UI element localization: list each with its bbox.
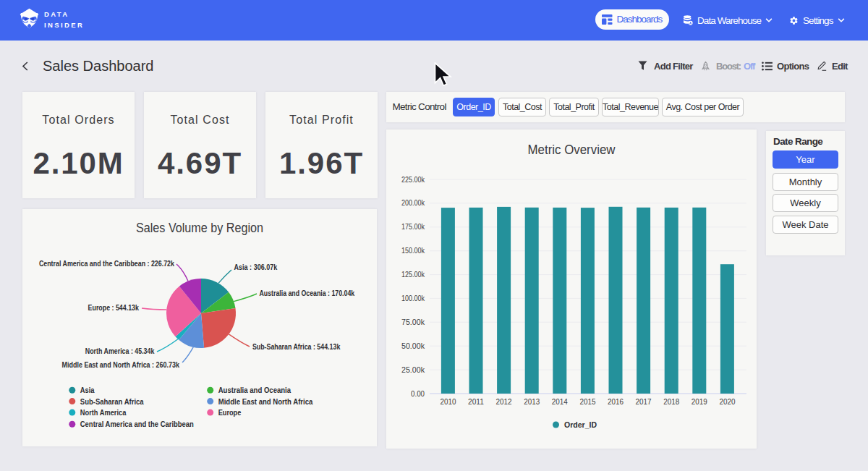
svg-text:2018: 2018 <box>663 397 679 406</box>
svg-text:Asia: Asia <box>80 386 95 394</box>
svg-text:2010: 2010 <box>440 397 456 406</box>
svg-text:2011: 2011 <box>468 397 484 406</box>
svg-text:0.00: 0.00 <box>411 389 425 398</box>
svg-text:Europe : 544.13k: Europe : 544.13k <box>88 303 140 312</box>
svg-text:50.00k: 50.00k <box>401 341 425 350</box>
svg-text:Middle East and North Africa :: Middle East and North Africa : 260.73k <box>62 360 180 369</box>
svg-text:Australia and Oceania : 170.04: Australia and Oceania : 170.04k <box>260 289 355 297</box>
svg-text:150.00k: 150.00k <box>401 246 425 255</box>
svg-text:2019: 2019 <box>692 397 707 406</box>
svg-text:125.00k: 125.00k <box>401 270 425 279</box>
svg-text:225.00k: 225.00k <box>401 175 425 184</box>
svg-text:Order_ID: Order_ID <box>564 420 597 429</box>
svg-text:2020: 2020 <box>719 397 735 406</box>
svg-text:Sub-Saharan Africa : 544.13k: Sub-Saharan Africa : 544.13k <box>252 342 341 351</box>
svg-text:175.00k: 175.00k <box>401 222 425 231</box>
svg-text:Central America and the Caribb: Central America and the Caribbean <box>80 420 194 428</box>
svg-text:2016: 2016 <box>608 397 624 406</box>
svg-text:North America : 45.34k: North America : 45.34k <box>85 347 155 355</box>
svg-text:2013: 2013 <box>524 397 540 406</box>
svg-text:Europe: Europe <box>218 408 242 417</box>
svg-text:25.00k: 25.00k <box>401 365 425 374</box>
svg-text:Asia : 306.07k: Asia : 306.07k <box>234 263 278 271</box>
svg-text:200.00k: 200.00k <box>401 198 425 207</box>
svg-text:75.00k: 75.00k <box>401 318 425 326</box>
svg-text:100.00k: 100.00k <box>401 294 425 302</box>
svg-text:Sub-Saharan Africa: Sub-Saharan Africa <box>80 397 145 406</box>
svg-text:Sales Volume by Region: Sales Volume by Region <box>136 221 263 235</box>
svg-text:Central America and the Caribb: Central America and the Caribbean : 226.… <box>39 259 174 268</box>
svg-text:North America: North America <box>80 408 127 417</box>
svg-text:Metric Overview: Metric Overview <box>528 143 616 157</box>
svg-text:2014: 2014 <box>552 397 568 406</box>
svg-text:Middle East and North Africa: Middle East and North Africa <box>218 397 313 406</box>
svg-text:2012: 2012 <box>496 397 512 406</box>
svg-text:Australia and Oceania: Australia and Oceania <box>218 386 292 394</box>
svg-text:2015: 2015 <box>579 397 595 406</box>
svg-text:2017: 2017 <box>636 397 652 406</box>
